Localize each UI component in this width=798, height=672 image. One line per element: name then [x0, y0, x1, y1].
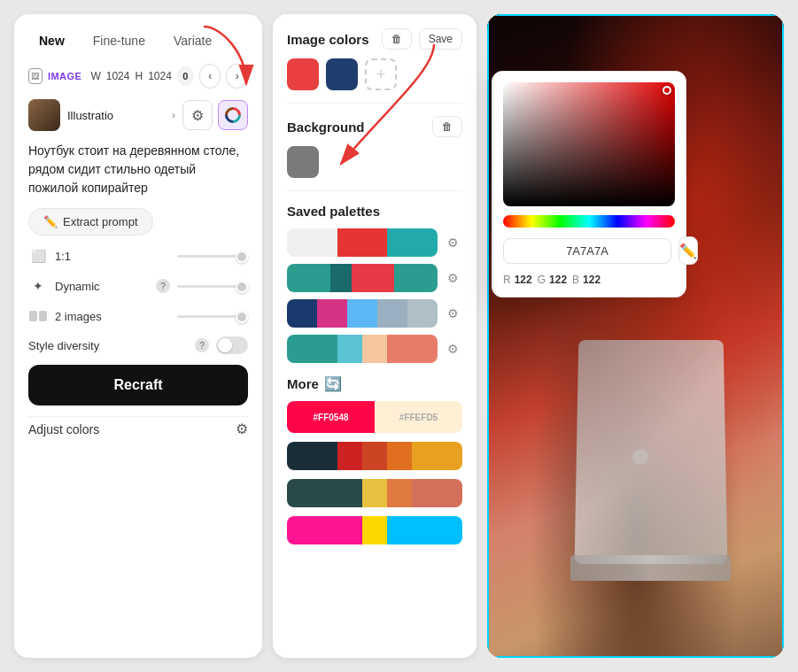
style-row: Illustratio › ⚙: [28, 99, 248, 131]
extract-prompt-button[interactable]: ✏️ Extract prompt: [28, 208, 153, 236]
width-label: W: [90, 70, 100, 82]
color-picker-popup: 7A7A7A ✏️ R 122 G 122 B 122: [492, 71, 686, 297]
hex-input[interactable]: 7A7A7A: [503, 238, 671, 264]
saved-palettes-title: Saved palettes: [287, 204, 380, 219]
more-palette-4[interactable]: [287, 516, 462, 545]
palette-4-settings-icon[interactable]: ⚙: [443, 342, 462, 356]
background-section: Background 🗑: [287, 116, 462, 178]
ratio-label: 1:1: [55, 250, 170, 263]
ratio-slider[interactable]: [177, 255, 248, 258]
prompt-text: Ноутбук стоит на деревянном столе, рядом…: [28, 142, 248, 197]
add-color-button[interactable]: +: [365, 58, 397, 90]
images-icon: [28, 306, 48, 326]
style-chevron-icon: ›: [172, 109, 175, 121]
image-icon: 🖼: [28, 68, 43, 84]
dynamic-help-icon[interactable]: ?: [156, 279, 170, 293]
palette-row-1: ⚙: [287, 228, 462, 257]
g-value: 122: [549, 274, 567, 286]
palette-1[interactable]: [287, 228, 438, 257]
more-palette-labeled-1[interactable]: #FF0548 #FFEFD5: [287, 401, 462, 433]
b-channel: B 122: [572, 274, 600, 286]
r-label: R: [503, 274, 511, 286]
tab-finetune[interactable]: Fine-tune: [82, 28, 156, 53]
tab-new[interactable]: New: [28, 28, 75, 53]
save-colors-button[interactable]: Save: [419, 28, 462, 50]
g-label: G: [538, 274, 546, 286]
palette-row-4: ⚙: [287, 335, 462, 363]
color-gradient-area[interactable]: [503, 82, 675, 206]
image-color-swatches: +: [287, 58, 462, 90]
height-label: H: [135, 70, 143, 82]
background-title: Background: [287, 120, 365, 135]
gradient-cursor[interactable]: [662, 86, 671, 95]
more-color-label-1: #FF0548: [313, 413, 348, 422]
edit-icon: ✏️: [43, 215, 58, 228]
tabs-row: New Fine-tune Variate: [28, 28, 248, 53]
adjust-colors-row: Adjust colors ⚙: [28, 416, 248, 437]
height-value: 1024: [148, 70, 172, 82]
settings-icon[interactable]: ⚙: [182, 100, 213, 130]
style-diversity-row: Style diversity ?: [28, 336, 248, 354]
palette-2-settings-icon[interactable]: ⚙: [443, 271, 462, 285]
divider-1: [287, 103, 462, 104]
image-label: IMAGE: [48, 71, 82, 81]
more-icon: 🔄: [324, 375, 342, 392]
divider-2: [287, 190, 462, 191]
hex-row: 7A7A7A ✏️: [503, 236, 675, 265]
next-button[interactable]: ›: [226, 64, 248, 89]
dynamic-slider[interactable]: [177, 285, 248, 288]
adjust-colors-label: Adjust colors: [28, 422, 99, 436]
color-wheel-icon[interactable]: [218, 100, 248, 130]
more-palette-3[interactable]: [287, 479, 462, 507]
palette-row-2: ⚙: [287, 264, 462, 292]
rgb-row: R 122 G 122 B 122: [503, 274, 675, 286]
more-section: More 🔄 #FF0548 #FFEFD5: [287, 375, 462, 545]
palette-2[interactable]: [287, 264, 438, 292]
b-label: B: [572, 274, 579, 286]
tab-variate[interactable]: Variate: [163, 28, 222, 53]
dynamic-row: ✦ Dynamic ?: [28, 276, 248, 296]
style-thumbnail: [28, 99, 60, 131]
saved-palettes-list: ⚙ ⚙: [287, 228, 462, 363]
palette-4[interactable]: [287, 335, 438, 363]
more-palette-2[interactable]: [287, 442, 462, 470]
background-swatch-container: [287, 146, 462, 178]
images-slider[interactable]: [177, 315, 248, 318]
style-diversity-help-icon[interactable]: ?: [195, 338, 209, 352]
palette-1-settings-icon[interactable]: ⚙: [443, 236, 462, 250]
style-controls: ⚙: [182, 100, 248, 130]
ratio-icon: ⬜: [28, 246, 48, 266]
hue-slider[interactable]: [503, 215, 675, 228]
color-swatch-blue[interactable]: [326, 58, 358, 90]
saved-palettes-section: Saved palettes ⚙: [287, 204, 462, 363]
more-title: More: [287, 376, 319, 391]
r-value: 122: [515, 274, 532, 286]
image-colors-actions: 🗑 Save: [382, 28, 462, 50]
image-colors-header: Image colors 🗑 Save: [287, 28, 462, 50]
ratio-row: ⬜ 1:1: [28, 246, 248, 266]
image-count: 0: [177, 66, 194, 86]
prev-button[interactable]: ‹: [199, 64, 221, 89]
color-swatch-red[interactable]: [287, 58, 319, 90]
adjust-colors-icon[interactable]: ⚙: [236, 421, 248, 437]
recraft-button[interactable]: Recraft: [28, 365, 248, 406]
background-color-swatch[interactable]: [287, 146, 319, 178]
r-channel: R 122: [503, 274, 532, 286]
delete-background-button[interactable]: 🗑: [432, 116, 462, 137]
palette-row-3: ⚙: [287, 299, 462, 328]
width-value: 1024: [106, 70, 130, 82]
dynamic-icon: ✦: [28, 276, 48, 296]
images-label: 2 images: [55, 310, 170, 323]
image-info-row: 🖼 IMAGE W 1024 H 1024 0 ‹ ›: [28, 64, 248, 89]
eyedropper-button[interactable]: ✏️: [678, 236, 698, 265]
b-value: 122: [583, 274, 600, 286]
background-header: Background 🗑: [287, 116, 462, 137]
style-diversity-toggle[interactable]: [216, 336, 248, 354]
style-name: Illustratio: [67, 109, 165, 122]
style-diversity-label: Style diversity: [28, 339, 188, 352]
delete-colors-button[interactable]: 🗑: [382, 28, 412, 50]
palette-3[interactable]: [287, 299, 438, 328]
image-colors-section: Image colors 🗑 Save +: [287, 28, 462, 90]
palette-3-settings-icon[interactable]: ⚙: [443, 306, 462, 321]
images-row: 2 images: [28, 306, 248, 326]
